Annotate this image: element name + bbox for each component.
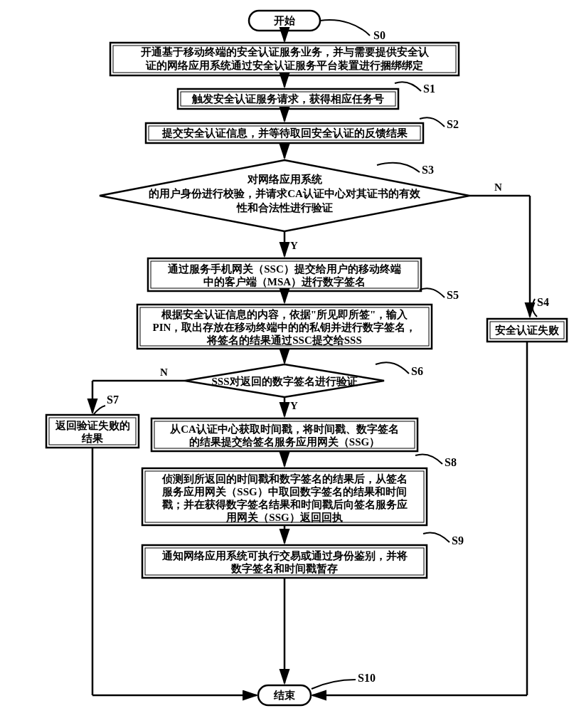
svg-text:开通基于移动终端的安全认证服务业务，并与需要提供安全认: 开通基于移动终端的安全认证服务业务，并与需要提供安全认: [140, 46, 430, 58]
svg-text:SSS对返回的数字签名进行验证: SSS对返回的数字签名进行验证: [211, 375, 357, 387]
label-s10: S10: [358, 672, 376, 684]
svg-text:的结果提交给签名服务应用网关（SSG）: 的结果提交给签名服务应用网关（SSG）: [189, 436, 380, 448]
flowchart: 开始 S0 开通基于移动终端的安全认证服务业务，并与需要提供安全认 证的网络应用…: [0, 0, 569, 728]
node-start: 开始: [249, 11, 320, 31]
node-s0: 开通基于移动终端的安全认证服务业务，并与需要提供安全认 证的网络应用系统通过安全…: [110, 43, 459, 75]
label-s0: S0: [373, 29, 385, 41]
label-s5: S5: [447, 289, 459, 301]
svg-text:触发安全认证服务请求，获得相应任务号: 触发安全认证服务请求，获得相应任务号: [191, 93, 384, 105]
node-s6y: 从CA认证中心获取时间戳，将时间戳、数字签名 的结果提交给签名服务应用网关（SS…: [151, 418, 418, 451]
branch-y-s6: Y: [290, 400, 298, 411]
start-text: 开始: [273, 15, 296, 26]
node-s2: 提交安全认证信息，并等待取回安全认证的反馈结果: [146, 123, 423, 143]
svg-text:侦测到所返回的时间戳和数字签名的结果后，从签名: 侦测到所返回的时间戳和数字签名的结果后，从签名: [161, 473, 408, 485]
node-s9: 通知网络应用系统可执行交易或通过身份鉴别，并将 数字签名和时间戳暂存: [142, 545, 427, 578]
node-s3: 对网络应用系统 的用户身份进行校验，并请求CA认证中心对其证书的有效 性和合法性…: [100, 160, 469, 231]
svg-text:戳；并在获得数字签名结果和时间戳后向签名服务应: 戳；并在获得数字签名结果和时间戳后向签名服务应: [161, 498, 408, 510]
label-s9: S9: [452, 534, 464, 547]
svg-text:对网络应用系统: 对网络应用系统: [247, 173, 323, 185]
svg-text:证的网络应用系统通过安全认证服务平台装置进行捆绑绑定: 证的网络应用系统通过安全认证服务平台装置进行捆绑绑定: [145, 59, 423, 71]
svg-text:PIN，取出存放在移动终端中的的私钥并进行数字签名，: PIN，取出存放在移动终端中的的私钥并进行数字签名，: [153, 321, 417, 333]
svg-text:数字签名和时间戳暂存: 数字签名和时间戳暂存: [230, 562, 338, 574]
svg-text:安全认证失败: 安全认证失败: [495, 324, 560, 336]
node-s7: 返回验证失败的 结果: [46, 415, 139, 448]
svg-text:根据安全认证信息的内容，依据"所见即所签"，输入: 根据安全认证信息的内容，依据"所见即所签"，输入: [161, 308, 409, 320]
svg-text:提交安全认证信息，并等待取回安全认证的反馈结果: 提交安全认证信息，并等待取回安全认证的反馈结果: [161, 127, 408, 139]
branch-n-s6: N: [160, 366, 168, 378]
svg-text:返回验证失败的: 返回验证失败的: [55, 420, 130, 431]
svg-text:将签名的结果通过SSC提交给SSS: 将签名的结果通过SSC提交给SSS: [206, 334, 362, 346]
label-s2: S2: [447, 118, 459, 130]
svg-text:从CA认证中心获取时间戳，将时间戳、数字签名: 从CA认证中心获取时间戳，将时间戳、数字签名: [169, 423, 399, 435]
branch-y-s3: Y: [290, 240, 298, 251]
label-s7: S7: [107, 394, 119, 406]
label-s4: S4: [537, 296, 549, 308]
svg-text:中的客户端（MSA）进行数字签名: 中的客户端（MSA）进行数字签名: [203, 275, 366, 287]
label-s6: S6: [411, 365, 423, 377]
node-s8: 侦测到所返回的时间戳和数字签名的结果后，从签名 服务应用网关（SSG）中取回数字…: [142, 468, 427, 525]
node-end: 结束: [258, 685, 311, 705]
svg-text:的用户身份进行校验，并请求CA认证中心对其证书的有效: 的用户身份进行校验，并请求CA认证中心对其证书的有效: [149, 187, 421, 199]
svg-text:结果: 结果: [81, 433, 104, 444]
node-s5: 根据安全认证信息的内容，依据"所见即所签"，输入 PIN，取出存放在移动终端中的…: [137, 305, 432, 349]
svg-text:通知网络应用系统可执行交易或通过身份鉴别，并将: 通知网络应用系统可执行交易或通过身份鉴别，并将: [161, 549, 408, 561]
label-s1: S1: [423, 83, 435, 95]
node-s3y: 通过服务手机网关（SSC）提交给用户的移动终端 中的客户端（MSA）进行数字签名: [148, 258, 421, 291]
svg-text:性和合法性进行验证: 性和合法性进行验证: [236, 202, 333, 213]
end-text: 结束: [273, 690, 295, 701]
node-s6: SSS对返回的数字签名进行验证: [185, 364, 384, 397]
svg-text:用网关（SSG）返回回执: 用网关（SSG）返回回执: [225, 512, 342, 523]
label-s8: S8: [445, 456, 457, 468]
node-s4: 安全认证失败: [487, 319, 567, 342]
svg-text:通过服务手机网关（SSC）提交给用户的移动终端: 通过服务手机网关（SSC）提交给用户的移动终端: [167, 263, 401, 275]
label-s3: S3: [422, 164, 434, 176]
branch-n-s3: N: [494, 181, 502, 193]
svg-text:服务应用网关（SSG）中取回数字签名的结果和时间: 服务应用网关（SSG）中取回数字签名的结果和时间: [161, 485, 406, 497]
node-s1: 触发安全认证服务请求，获得相应任务号: [178, 89, 398, 109]
